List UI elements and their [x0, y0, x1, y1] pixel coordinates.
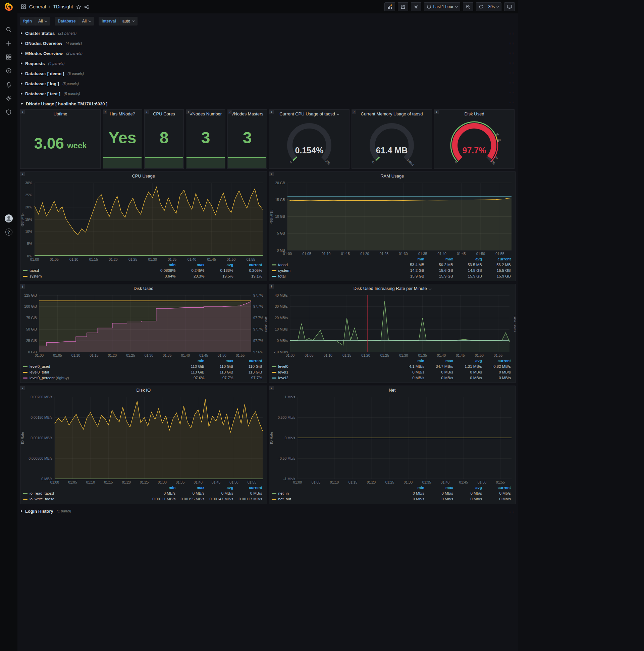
legend-col-header[interactable]: max [426, 485, 455, 491]
disk-used-chart[interactable]: 01:0001:0501:1001:1501:2001:2501:3001:35… [21, 292, 267, 358]
panel-title[interactable]: RAM Usage [269, 172, 516, 180]
server-admin-shield-icon[interactable] [5, 109, 12, 116]
legend-series-toggle[interactable]: level0_total [23, 369, 178, 375]
info-icon[interactable]: i [21, 110, 25, 114]
row-dnode-usage[interactable]: DNode Usage [ huolinhe-TM1701:6030 ]⋮⋮ [20, 99, 516, 108]
alerting-bell-icon[interactable] [5, 81, 12, 88]
row-mnodes-overview[interactable]: MNodes Overview(2 panels)⋮⋮ [20, 49, 516, 58]
legend-col-header[interactable]: current [484, 256, 513, 262]
panel-menu-chevron-icon[interactable] [336, 113, 339, 115]
add-panel-button[interactable] [384, 2, 395, 11]
row-drag-handle[interactable]: ⋮⋮ [508, 51, 516, 56]
variable-database[interactable]: Database All [55, 17, 94, 26]
row-login-history[interactable]: Login History(1 panel)⋮⋮ [20, 507, 516, 516]
info-icon[interactable]: i [21, 172, 25, 176]
legend-col-header[interactable]: min [149, 485, 178, 491]
legend-series-toggle[interactable]: level2 [272, 375, 397, 381]
save-dashboard-button[interactable] [398, 2, 408, 11]
panel-title[interactable]: Current Memory Usage of taosd [352, 110, 432, 118]
legend-series-toggle[interactable]: total [272, 274, 397, 279]
legend-col-header[interactable]: avg [455, 358, 484, 364]
legend-series-toggle[interactable]: level0 [272, 364, 397, 369]
dashboard-settings-button[interactable] [411, 2, 421, 11]
legend-series-toggle[interactable]: io_read_taosd [23, 491, 149, 496]
row-drag-handle[interactable]: ⋮⋮ [508, 509, 516, 514]
cycle-view-mode-button[interactable] [504, 2, 515, 11]
refresh-interval-picker[interactable]: 30s [486, 2, 502, 11]
time-range-picker[interactable]: Last 1 hour [424, 2, 460, 11]
panel-title[interactable]: CPU Usage [21, 172, 267, 180]
info-icon[interactable]: i [269, 284, 274, 288]
row-database-demo[interactable]: Database: [ demo ](5 panels)⋮⋮ [20, 69, 516, 78]
row-drag-handle[interactable]: ⋮⋮ [508, 82, 516, 86]
legend-col-header[interactable]: current [235, 358, 264, 364]
dashboard-grid-icon[interactable] [21, 4, 26, 9]
legend-col-header[interactable]: max [426, 256, 455, 262]
row-cluster-status[interactable]: Cluster Status(21 panels)⋮⋮ [20, 29, 516, 38]
row-drag-handle[interactable]: ⋮⋮ [508, 31, 516, 36]
panel-title[interactable]: Disk Used [434, 110, 514, 118]
row-drag-handle[interactable]: ⋮⋮ [508, 71, 516, 76]
help-icon[interactable]: ? [5, 228, 12, 236]
star-icon[interactable] [76, 4, 81, 9]
share-icon[interactable] [84, 4, 89, 9]
info-icon[interactable]: i [186, 110, 191, 114]
configuration-gear-icon[interactable] [5, 95, 12, 102]
legend-col-header[interactable]: min [397, 256, 426, 262]
info-icon[interactable]: i [228, 110, 232, 114]
row-dnodes-overview[interactable]: DNodes Overview(4 panels)⋮⋮ [20, 39, 516, 48]
create-plus-icon[interactable] [5, 40, 12, 46]
row-drag-handle[interactable]: ⋮⋮ [508, 61, 516, 66]
info-icon[interactable]: i [352, 110, 356, 114]
zoom-out-time-button[interactable] [463, 2, 473, 11]
legend-series-toggle[interactable]: level0_percent (right-y) [23, 375, 178, 381]
legend-series-toggle[interactable]: taosd [23, 268, 149, 274]
info-icon[interactable]: i [21, 386, 25, 390]
legend-col-header[interactable]: avg [455, 256, 484, 262]
panel-menu-chevron-icon[interactable] [428, 287, 431, 289]
legend-col-header[interactable]: avg [455, 485, 484, 491]
panel-title[interactable]: Has MNode? [103, 110, 142, 118]
legend-col-header[interactable]: max [178, 485, 206, 491]
panel-title[interactable]: Net [269, 386, 516, 394]
panel-title[interactable]: Disk Used [21, 284, 267, 292]
info-icon[interactable]: i [269, 172, 274, 176]
legend-col-header[interactable]: current [235, 485, 264, 491]
grafana-logo[interactable] [0, 0, 18, 13]
legend-series-toggle[interactable]: level0_used [23, 364, 178, 369]
row-drag-handle[interactable]: ⋮⋮ [508, 102, 516, 106]
panel-title[interactable]: Disk Used Increasing Rate per Minute [269, 284, 516, 292]
legend-col-header[interactable]: current [235, 262, 264, 268]
disk-io-chart[interactable]: 01:0001:0501:1001:1501:2001:2501:3001:35… [21, 394, 267, 485]
panel-title[interactable]: CPU Cores [144, 110, 184, 118]
panel-title[interactable]: Disk IO [21, 386, 267, 394]
disk-rate-chart[interactable]: 01:0001:0501:1001:1501:2001:2501:3001:35… [269, 292, 516, 358]
ram-usage-chart[interactable]: 01:0001:0501:1001:1501:2001:2501:3001:35… [269, 180, 516, 256]
legend-col-header[interactable]: max [178, 262, 206, 268]
legend-col-header[interactable]: max [206, 358, 235, 364]
legend-col-header[interactable]: avg [206, 262, 235, 268]
legend-col-header[interactable]: max [426, 358, 455, 364]
search-icon[interactable] [5, 26, 12, 33]
explore-compass-icon[interactable] [5, 67, 12, 74]
user-avatar[interactable] [4, 214, 13, 224]
legend-series-toggle[interactable]: system [23, 274, 149, 279]
row-drag-handle[interactable]: ⋮⋮ [508, 92, 516, 96]
info-icon[interactable]: i [434, 110, 439, 114]
info-icon[interactable]: i [144, 110, 149, 114]
row-requests[interactable]: Requests(4 panels)⋮⋮ [20, 59, 516, 68]
legend-series-toggle[interactable]: net_out [272, 496, 397, 502]
variable-interval-value[interactable]: auto [120, 17, 137, 26]
variable-fqdn[interactable]: fqdn All [20, 17, 50, 26]
panel-title[interactable]: VNodes Number [186, 110, 225, 118]
info-icon[interactable]: i [269, 386, 274, 390]
variable-database-value[interactable]: All [79, 17, 94, 26]
dashboards-icon[interactable] [5, 54, 12, 60]
legend-series-toggle[interactable]: level1 [272, 369, 397, 375]
breadcrumb-dashboard-title[interactable]: TDinsight [53, 4, 73, 9]
row-database-log[interactable]: Database: [ log ](5 panels)⋮⋮ [20, 79, 516, 88]
legend-col-header[interactable]: avg [206, 485, 235, 491]
legend-col-header[interactable]: min [397, 485, 426, 491]
row-database-test[interactable]: Database: [ test ](5 panels)⋮⋮ [20, 89, 516, 98]
info-icon[interactable]: i [269, 110, 274, 114]
